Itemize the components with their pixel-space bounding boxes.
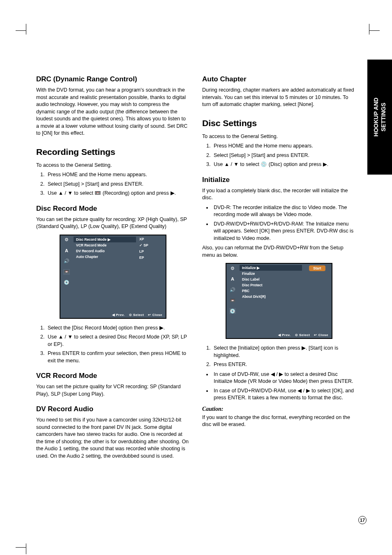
step: Press HOME and the Home menu appears. [212, 143, 356, 150]
crop-mark [26, 24, 26, 35]
disc-settings-heading: Disc Settings [202, 118, 356, 128]
caution-body: If you want to change the disc format, e… [202, 414, 356, 428]
step: Use ▲ / ▼ to select 📼 (Recording) option… [46, 190, 190, 197]
option: EP [138, 255, 164, 260]
initialize-steps: Select the [Initialize] option then pres… [202, 345, 356, 368]
initialize-screenshot: ⚙ A 🔊 📼 💿 Initialize ▶ Finalize Disc Lab… [226, 263, 332, 339]
recording-icon: 📼 [63, 269, 70, 275]
start-button: Start [309, 265, 325, 271]
step: Press ENTER to confirm your selection, t… [46, 350, 190, 364]
drc-heading: DRC (Dynamic Range Control) [36, 75, 190, 83]
audio-icon: 🔊 [229, 287, 236, 292]
initialize-body1: If you load a completely blank disc, the… [202, 187, 356, 202]
menu-item: Disc Record Mode ▶ [74, 237, 136, 242]
recording-icon: 📼 [229, 297, 236, 303]
disc-settings-intro: To access to the General Setting. [202, 133, 356, 140]
left-column: DRC (Dynamic Range Control) With the DVD… [36, 68, 190, 462]
bullet: In case of DVD-RW, use ◀ / ▶ to select a… [212, 371, 356, 385]
audio-icon: 🔊 [63, 258, 70, 264]
recording-settings-intro: To access to the General Setting. [36, 162, 190, 169]
dv-record-audio-heading: DV Record Audio [36, 405, 190, 413]
crop-mark [369, 24, 369, 35]
right-column: Auto Chapter During recording, chapter m… [202, 68, 356, 462]
side-tab-label: HOOKUP AND SETTINGS [372, 98, 387, 137]
screenshot-icon-column: ⚙ A 🔊 📼 💿 [60, 235, 73, 287]
menu-item: PBC [240, 288, 302, 294]
screenshot-menu: Initialize ▶ Finalize Disc Label Disc Pr… [239, 264, 303, 315]
step: Press ENTER. [212, 361, 356, 368]
crop-mark [26, 543, 26, 554]
step: Select [Setup] > [Start] and press ENTER… [212, 152, 356, 159]
menu-item: Disc Label [240, 276, 302, 282]
disc-icon: 💿 [63, 280, 70, 286]
crop-mark [16, 547, 26, 548]
disc-record-mode-heading: Disc Record Mode [36, 205, 190, 213]
crop-mark [369, 30, 380, 31]
screenshot-options: XP ✓ SP LP EP [137, 235, 166, 287]
step: Select [Setup] > [Start] and press ENTER… [46, 181, 190, 188]
disc-icon: 💿 [229, 308, 236, 314]
crop-mark [16, 30, 26, 31]
initialize-heading: Initialize [202, 176, 356, 184]
screenshot-options: Start [303, 264, 332, 315]
screenshot-footer: ◀ Prev.⊙ Select↩ Close [226, 332, 332, 338]
option: LP [138, 249, 164, 254]
caution-label: Caution: [202, 406, 356, 412]
vcr-record-mode-body: You can set the picture quality for VCR … [36, 383, 190, 398]
menu-item: Finalize [240, 271, 302, 276]
menu-item: Auto Chapter [74, 254, 136, 260]
step: Select the [Disc Record Mode] option the… [46, 325, 190, 332]
disc-record-mode-screenshot: ⚙ A 🔊 📼 💿 Disc Record Mode ▶ VCR Record … [60, 235, 166, 319]
page-number: 17 [358, 516, 367, 524]
language-icon: A [63, 248, 70, 253]
initialize-body2: Also, you can reformat the DVD-RW/DVD+RW… [202, 244, 356, 259]
initialize-bullets2: In case of DVD-RW, use ◀ / ▶ to select a… [202, 371, 356, 402]
step: Use ▲ / ▼ to select 💿 (Disc) option and … [212, 161, 356, 168]
screenshot-icon-column: ⚙ A 🔊 📼 💿 [226, 264, 239, 315]
disc-record-mode-steps: Select the [Disc Record Mode] option the… [36, 325, 190, 365]
settings-icon: ⚙ [229, 265, 236, 271]
settings-icon: ⚙ [63, 237, 70, 243]
auto-chapter-body: During recording, chapter markers are ad… [202, 87, 356, 108]
step: Select the [Initialize] option then pres… [212, 345, 356, 359]
menu-item: Disc Protect [240, 282, 302, 288]
screenshot-footer: ◀ Prev.⊙ Select↩ Close [60, 312, 166, 318]
auto-chapter-heading: Auto Chapter [202, 75, 356, 83]
bullet: DVD-R: The recorder initialize the disc … [212, 204, 356, 219]
page-content: DRC (Dynamic Range Control) With the DVD… [20, 27, 372, 462]
menu-item: Initialize ▶ [240, 265, 302, 271]
initialize-bullets: DVD-R: The recorder initialize the disc … [202, 204, 356, 242]
menu-item: VCR Record Mode [74, 242, 136, 248]
menu-item: DV Record Audio [74, 248, 136, 254]
screenshot-menu: Disc Record Mode ▶ VCR Record Mode DV Re… [73, 235, 137, 287]
menu-item: About DivX(R) [240, 294, 302, 299]
disc-settings-steps: Press HOME and the Home menu appears. Se… [202, 143, 356, 168]
bullet: DVD-RW/DVD+RW/DVD+R/DVD-RAM: The Initial… [212, 221, 356, 242]
vcr-record-mode-heading: VCR Record Mode [36, 372, 190, 380]
step: Press HOME and the Home menu appears. [46, 171, 190, 179]
side-tab: HOOKUP AND SETTINGS [367, 60, 392, 175]
disc-record-mode-body: You can set the picture quality for reco… [36, 216, 190, 230]
recording-settings-steps: Press HOME and the Home menu appears. Se… [36, 171, 190, 197]
language-icon: A [229, 276, 236, 282]
recording-settings-heading: Recording Settings [36, 147, 190, 157]
option: ✓ SP [138, 243, 164, 248]
drc-body: With the DVD format, you can hear a prog… [36, 87, 190, 137]
option: XP [138, 237, 164, 242]
bullet: In case of DVD+RW/DVD-RAM, use ◀ / ▶ to … [212, 387, 356, 402]
step: Use ▲ / ▼ to select a desired Disc Recor… [46, 334, 190, 348]
dv-record-audio-body: You need to set this if you have a camco… [36, 417, 190, 460]
